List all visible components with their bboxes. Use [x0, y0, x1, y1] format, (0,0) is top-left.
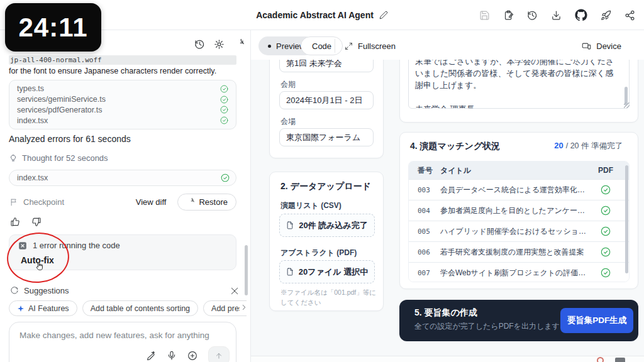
file-name: services/geminiService.ts	[17, 95, 106, 104]
checkpoint-row: Checkpoint View diff Restore	[10, 194, 236, 211]
assistant-note: for the font to ensure Japanese characte…	[9, 67, 216, 75]
fullscreen-button[interactable]: Fullscreen	[345, 36, 396, 55]
table-row[interactable]: 005 ハイブリッド開催学会におけるセッション構...	[409, 221, 629, 241]
history-icon[interactable]	[527, 10, 538, 21]
chat-history-icon[interactable]	[194, 39, 205, 50]
share-icon[interactable]	[625, 10, 635, 21]
generate-subtitle: 全ての設定が完了したらPDFを出力します	[414, 321, 560, 332]
tab-code[interactable]: Code	[301, 36, 343, 55]
file-name: types.ts	[17, 84, 44, 93]
generate-pdf-button[interactable]: 要旨集PDF生成	[560, 308, 633, 333]
greeting-card: 末筆ではございますが、本学会の開催にご尽力くださいました関係者の皆様、そして発表…	[399, 60, 638, 123]
screen: Academic Abstract AI Agent	[0, 0, 644, 362]
send-button[interactable]	[208, 346, 230, 362]
file-row[interactable]: services/pdfGenerator.ts	[17, 106, 228, 114]
file-list-card: types.ts services/geminiService.ts servi…	[9, 80, 236, 129]
github-icon[interactable]	[575, 9, 587, 21]
upload-card: 2. データアップロード 演題リスト (CSV) 20件 読み込み完了 アブスト…	[269, 172, 384, 311]
view-diff-button[interactable]: View diff	[136, 197, 167, 207]
file-row[interactable]: services/geminiService.ts	[17, 95, 228, 104]
checkpoint-label: Checkpoint	[23, 197, 64, 207]
file-row[interactable]: types.ts	[17, 84, 228, 93]
pdf-upload-button[interactable]: 20ファイル 選択中	[279, 260, 375, 283]
chip-toc-sorting[interactable]: Add table of contents sorting	[82, 300, 198, 316]
csv-label: 演題リスト (CSV)	[280, 200, 341, 211]
download-icon[interactable]	[551, 10, 562, 21]
save-icon[interactable]	[479, 10, 490, 21]
pen-sparkle-icon[interactable]	[146, 351, 156, 361]
check-circle-icon	[220, 96, 228, 104]
file-icon	[286, 268, 294, 276]
hand-cursor-icon	[34, 260, 45, 272]
composer[interactable]: Make changes, add new features, ask for …	[9, 322, 236, 362]
plus-circle-icon[interactable]	[187, 351, 197, 361]
venue-input[interactable]: 東京国際フォーラム	[279, 128, 374, 146]
ready-count: 20 / 20 件 準備完了	[554, 141, 623, 151]
restore-button[interactable]: Restore	[177, 194, 236, 211]
toolbar-separator	[335, 39, 335, 53]
file-name: services/pdfGenerator.ts	[17, 106, 102, 114]
generate-card: 5. 要旨集の作成 全ての設定が完了したらPDFを出力します 要旨集PDF生成	[399, 300, 638, 341]
check-circle-icon	[220, 85, 228, 93]
active-dot	[268, 45, 271, 48]
matching-table: 番号 タイトル PDF 003 会員データベース統合による運営効率化の検討 00…	[408, 161, 630, 282]
close-icon[interactable]	[230, 287, 239, 295]
edited-file-name: index.tsx	[17, 173, 48, 182]
lightbulb-icon	[9, 154, 18, 163]
suggestion-chips: AI Features Add table of contents sortin…	[9, 300, 247, 317]
thought-text: Thought for 52 seconds	[22, 153, 108, 163]
table-row[interactable]: 004 参加者満足度向上を目的としたアンケート設...	[409, 200, 629, 221]
conference-name-input[interactable]: 第1回 未来学会	[279, 60, 374, 72]
table-row[interactable]: 003 会員データベース統合による運営効率化の検討	[409, 179, 629, 200]
file-icon	[286, 221, 294, 229]
file-name: index.tsx	[17, 116, 48, 125]
generate-heading: 5. 要旨集の作成	[414, 307, 477, 319]
composer-placeholder: Make changes, add new features, ask for …	[19, 331, 209, 340]
check-circle-icon	[220, 106, 228, 114]
mic-icon[interactable]	[167, 351, 177, 361]
thumbs-down-icon[interactable]	[31, 217, 42, 227]
refresh-icon[interactable]	[233, 39, 244, 50]
device-button[interactable]: Device	[582, 36, 621, 55]
file-row[interactable]: index.tsx	[17, 116, 228, 125]
check-circle-icon	[590, 268, 621, 278]
table-header: 番号 タイトル PDF	[409, 162, 629, 179]
panel-scrollbar[interactable]	[245, 245, 248, 295]
period-label: 会期	[280, 79, 296, 90]
assistant-panel: jp-all-400-normal.woff for the font to e…	[0, 30, 250, 362]
panel-actions	[194, 39, 244, 50]
clipped-dark-mark	[615, 358, 625, 362]
clipboard-edit-icon[interactable]	[503, 10, 514, 21]
rocket-icon[interactable]	[601, 10, 611, 21]
edit-title-icon[interactable]	[379, 11, 388, 19]
code-snippet: jp-all-400-normal.woff	[9, 55, 236, 65]
composer-actions	[146, 346, 230, 362]
ready-count-value: 20	[554, 141, 563, 150]
thought-status[interactable]: Thought for 52 seconds	[9, 153, 108, 163]
venue-label: 会場	[280, 116, 296, 127]
table-row[interactable]: 006 若手研究者支援制度の運用実態と改善提案	[409, 241, 629, 262]
greeting-textarea[interactable]: 末筆ではございますが、本学会の開催にご尽力くださいました関係者の皆様、そして発表…	[408, 60, 630, 109]
table-row[interactable]: 007 学会Webサイト刷新プロジェクトの評価と課題	[409, 262, 629, 282]
check-circle-icon	[590, 247, 621, 257]
thumbs-up-icon[interactable]	[10, 217, 20, 227]
app-title: Academic Abstract AI Agent	[256, 10, 374, 20]
top-bar-actions	[479, 0, 635, 30]
feedback-row	[10, 217, 42, 227]
pdf-label: アブストラクト (PDF)	[280, 248, 357, 258]
edited-file-pill[interactable]: index.tsx	[9, 170, 236, 186]
check-circle-icon	[590, 206, 621, 216]
matching-card: 4. 演題マッチング状況 20 / 20 件 準備完了 番号 タイトル PDF …	[399, 132, 638, 289]
chevron-right-icon[interactable]	[240, 303, 248, 312]
suggestions-header: Suggestions	[10, 286, 239, 295]
csv-upload-button[interactable]: 20件 読み込み完了	[279, 214, 375, 237]
redo-icon	[186, 198, 194, 206]
gear-icon[interactable]	[214, 39, 225, 50]
textarea-resize-handle[interactable]	[624, 102, 630, 108]
check-circle-icon	[590, 226, 621, 236]
table-scrollbar[interactable]	[625, 165, 628, 273]
check-circle-icon	[220, 116, 228, 124]
timer-value: 24:11	[18, 13, 87, 43]
period-input[interactable]: 2024年10月1日 - 2日	[279, 91, 374, 109]
chip-ai-features[interactable]: AI Features	[9, 300, 77, 316]
